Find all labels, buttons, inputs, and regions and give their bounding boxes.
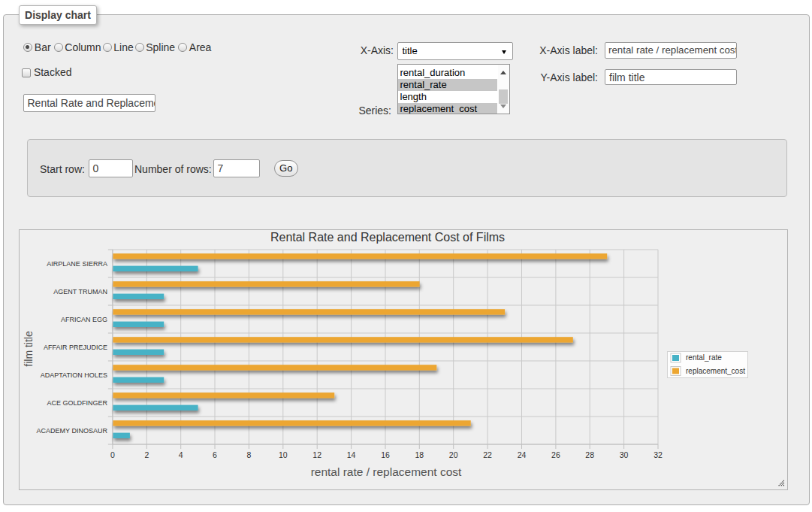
svg-text:28: 28 — [585, 450, 594, 459]
svg-text:8: 8 — [246, 450, 251, 459]
svg-text:AFRICAN EGG: AFRICAN EGG — [60, 315, 107, 323]
svg-text:22: 22 — [483, 450, 492, 459]
svg-text:12: 12 — [312, 450, 321, 459]
svg-text:26: 26 — [551, 450, 560, 459]
svg-text:AGENT TRUMAN: AGENT TRUMAN — [53, 287, 107, 295]
svg-text:6: 6 — [213, 450, 217, 459]
svg-text:rental rate / replacement cost: rental rate / replacement cost — [310, 465, 461, 478]
svg-text:ACE GOLDFINGER: ACE GOLDFINGER — [47, 398, 107, 406]
svg-text:Rental Rate and Replacement Co: Rental Rate and Replacement Cost of Film… — [270, 231, 504, 244]
svg-text:rental_rate: rental_rate — [686, 353, 722, 362]
svg-text:18: 18 — [415, 450, 424, 459]
svg-text:14: 14 — [346, 450, 355, 459]
svg-text:0: 0 — [110, 450, 114, 459]
svg-text:ACADEMY DINOSAUR: ACADEMY DINOSAUR — [36, 426, 107, 434]
svg-text:ADAPTATION HOLES: ADAPTATION HOLES — [40, 371, 107, 378]
svg-text:4: 4 — [178, 450, 183, 459]
svg-text:film title: film title — [23, 331, 35, 367]
svg-text:2: 2 — [144, 450, 149, 459]
svg-text:AIRPLANE SIERRA: AIRPLANE SIERRA — [47, 259, 107, 267]
svg-text:replacement_cost: replacement_cost — [686, 366, 745, 374]
svg-text:20: 20 — [448, 450, 457, 459]
svg-text:24: 24 — [517, 450, 526, 459]
svg-text:16: 16 — [381, 450, 390, 459]
svg-text:AFFAIR PREJUDICE: AFFAIR PREJUDICE — [43, 343, 107, 350]
svg-text:30: 30 — [619, 450, 628, 459]
svg-text:32: 32 — [654, 450, 663, 459]
svg-text:10: 10 — [278, 450, 287, 459]
